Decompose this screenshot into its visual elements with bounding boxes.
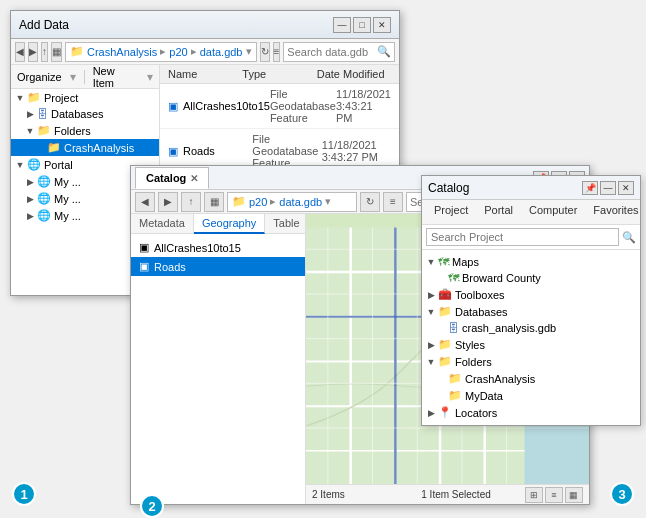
badge-2: 2	[140, 494, 164, 518]
map-view-btn-1[interactable]: ⊞	[525, 487, 543, 503]
maps-icon: 🗺	[438, 256, 449, 268]
forward-button[interactable]: ▶	[28, 42, 38, 62]
cat-right-search-input[interactable]	[426, 228, 619, 246]
path-crash-analysis[interactable]: CrashAnalysis	[87, 46, 157, 58]
tree-item-project[interactable]: ▼ 📁 Project	[11, 89, 159, 106]
cat-right-minimize-button[interactable]: —	[600, 181, 616, 195]
tree-right-crash-analysis[interactable]: 📁 CrashAnalysis	[422, 370, 640, 387]
sort-button[interactable]: ≡	[273, 42, 281, 62]
cat-file-name-0: AllCrashes10to15	[154, 242, 241, 254]
locators-icon: 📍	[438, 406, 452, 419]
minimize-button[interactable]: —	[333, 17, 351, 33]
catalog-tab-label: Catalog	[146, 172, 186, 184]
toolboxes-icon: 🧰	[438, 288, 452, 301]
cat-right-tab-favorites[interactable]: Favorites	[585, 200, 646, 224]
organize-button[interactable]: Organize	[17, 71, 62, 83]
maximize-button[interactable]: □	[353, 17, 371, 33]
catalog-tab-main[interactable]: Catalog ✕	[135, 167, 209, 189]
tree-item-databases[interactable]: ▶ 🗄 Databases	[11, 106, 159, 122]
tree-item-folders[interactable]: ▼ 📁 Folders	[11, 122, 159, 139]
cat-path-breadcrumb[interactable]: 📁 p20 ▸ data.gdb ▾	[227, 192, 357, 212]
up-button[interactable]: ↑	[41, 42, 48, 62]
tree-right-locators[interactable]: ▶ 📍 Locators	[422, 404, 640, 421]
tree-right-styles[interactable]: ▶ 📁 Styles	[422, 336, 640, 353]
tree-right-toolboxes[interactable]: ▶ 🧰 Toolboxes	[422, 286, 640, 303]
tree-right-broward[interactable]: 🗺 Broward County	[422, 270, 640, 286]
tree-right-mydata[interactable]: 📁 MyData	[422, 387, 640, 404]
cat-right-pin-button[interactable]: 📌	[582, 181, 598, 195]
cat-up-button[interactable]: ↑	[181, 192, 201, 212]
cat-right-close-button[interactable]: ✕	[618, 181, 634, 195]
back-button[interactable]: ◀	[15, 42, 25, 62]
map-view-btn-3[interactable]: ▦	[565, 487, 583, 503]
cat-path-p20[interactable]: p20	[249, 196, 267, 208]
cat-file-1[interactable]: ▣ Roads	[131, 257, 305, 276]
cat-refresh-button[interactable]: ↻	[360, 192, 380, 212]
new-item-button[interactable]: New Item	[93, 65, 139, 89]
file-type-0: File Geodatabase Feature	[270, 88, 336, 124]
cat-file-0[interactable]: ▣ AllCrashes10to15	[131, 238, 305, 257]
catalog-subtab-geography[interactable]: Geography	[194, 214, 265, 234]
close-button[interactable]: ✕	[373, 17, 391, 33]
cat-folder-icon: 📁	[232, 195, 246, 208]
path-gdb[interactable]: data.gdb	[200, 46, 243, 58]
add-data-search-input[interactable]	[287, 46, 377, 58]
add-data-window-controls: — □ ✕	[333, 17, 391, 33]
tree-right-databases[interactable]: ▼ 📁 Databases	[422, 303, 640, 320]
catalog-subtab-metadata[interactable]: Metadata	[131, 214, 194, 233]
folders-icon: 📁	[37, 124, 51, 137]
portal-icon: 🌐	[27, 158, 41, 171]
refresh-button[interactable]: ↻	[260, 42, 270, 62]
file-list-header: Name Type Date Modified	[160, 65, 399, 84]
cat-file-name-1: Roads	[154, 261, 186, 273]
map-view-btn-2[interactable]: ≡	[545, 487, 563, 503]
cat-right-tree: ▼ 🗺 Maps 🗺 Broward County ▶ 🧰 Toolboxes …	[422, 250, 640, 425]
catalog-subtab-table[interactable]: Table	[265, 214, 306, 233]
databases-icon: 🗄	[37, 108, 48, 120]
cat-sort-button[interactable]: ≡	[383, 192, 403, 212]
project-icon: 📁	[27, 91, 41, 104]
file-item-0[interactable]: ▣ AllCrashes10to15 File Geodatabase Feat…	[160, 84, 399, 129]
map-view-icons: ⊞ ≡ ▦	[525, 487, 583, 503]
col-type-header: Type	[242, 68, 316, 80]
catalog-tab-close[interactable]: ✕	[190, 173, 198, 184]
file-icon-0: ▣	[168, 100, 178, 113]
styles-icon: 📁	[438, 338, 452, 351]
cat-right-tab-computer[interactable]: Computer	[521, 200, 585, 224]
cat-path-gdb[interactable]: data.gdb	[279, 196, 322, 208]
my3-icon: 🌐	[37, 209, 51, 222]
view-toggle-button[interactable]: ▦	[51, 42, 62, 62]
cat-right-tab-project[interactable]: Project	[426, 200, 476, 224]
tree-right-folders[interactable]: ▼ 📁 Folders	[422, 353, 640, 370]
tree-right-maps[interactable]: ▼ 🗺 Maps	[422, 254, 640, 270]
file-date-1: 11/18/2021 3:43:27 PM	[322, 139, 391, 163]
add-data-toolbar: ◀ ▶ ↑ ▦ 📁 CrashAnalysis ▸ p20 ▸ data.gdb…	[11, 39, 399, 65]
file-name-0: AllCrashes10to15	[183, 100, 270, 112]
add-data-search: 🔍	[283, 42, 395, 62]
path-breadcrumb[interactable]: 📁 CrashAnalysis ▸ p20 ▸ data.gdb ▾	[65, 42, 257, 62]
map-bottom-bar: 2 Items 1 Item Selected ⊞ ≡ ▦	[306, 484, 589, 504]
catalog-right-panel: Catalog 📌 — ✕ Project Portal Computer Fa…	[421, 175, 641, 426]
cat-file-icon-0: ▣	[139, 241, 149, 254]
cat-back-button[interactable]: ◀	[135, 192, 155, 212]
badge-1: 1	[12, 482, 36, 506]
cat-right-search-icon[interactable]: 🔍	[622, 231, 636, 244]
map-status-items: 2 Items	[312, 489, 345, 500]
cat-right-search: 🔍	[422, 225, 640, 250]
cat-right-win-controls: 📌 — ✕	[582, 181, 634, 195]
my2-icon: 🌐	[37, 192, 51, 205]
search-icon[interactable]: 🔍	[377, 45, 391, 58]
my1-icon: 🌐	[37, 175, 51, 188]
cat-file-icon-1: ▣	[139, 260, 149, 273]
tree-item-crash-analysis[interactable]: 📁 CrashAnalysis	[11, 139, 159, 156]
right-folders-icon: 📁	[438, 355, 452, 368]
cat-right-tab-portal[interactable]: Portal	[476, 200, 521, 224]
catalog-left-panel: Metadata Geography Table ▣ AllCrashes10t…	[131, 214, 306, 504]
cat-view-button[interactable]: ▦	[204, 192, 224, 212]
divider	[84, 70, 85, 84]
path-p20[interactable]: p20	[169, 46, 187, 58]
cat-forward-button[interactable]: ▶	[158, 192, 178, 212]
file-type-1: File Geodatabase Feature	[252, 133, 321, 169]
col-date-header: Date Modified	[317, 68, 391, 80]
tree-right-crash-gdb[interactable]: 🗄 crash_analysis.gdb	[422, 320, 640, 336]
